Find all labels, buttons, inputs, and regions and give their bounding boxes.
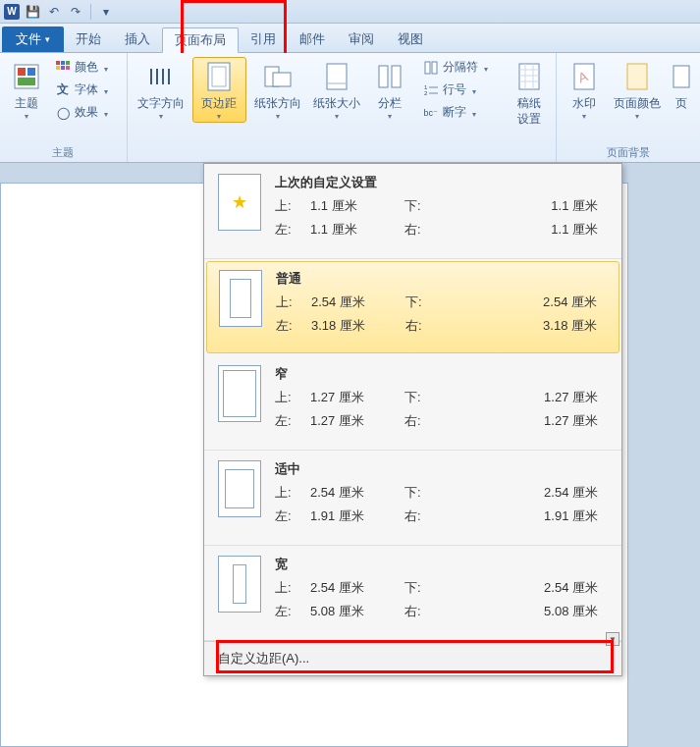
hyphenation-button[interactable]: bc⁻ 断字 [419,102,492,123]
top-label: 上: [275,579,310,597]
left-label: 左: [275,412,310,430]
tab-insert[interactable]: 插入 [113,27,162,52]
scroll-down-button[interactable]: ▼ [606,632,619,646]
columns-button[interactable]: 分栏 [368,57,411,122]
svg-rect-18 [327,64,347,89]
group-page-setup: 文字方向 页边距 纸张方向 纸张大小 [128,53,502,162]
margins-thumb-icon [218,460,261,517]
svg-rect-9 [66,66,70,70]
theme-colors-button[interactable]: 颜色 [51,57,112,78]
page-color-button[interactable]: 页面颜色 [610,57,665,122]
watermark-icon: A [568,61,600,92]
custom-margins-menuitem[interactable]: 自定义边距(A)... [204,641,621,675]
svg-rect-20 [379,66,388,87]
text-direction-button[interactable]: 文字方向 [134,57,188,122]
bottom-label: 下: [404,389,440,406]
right-value: 5.08 厘米 [440,603,608,620]
watermark-button[interactable]: A 水印 [563,57,606,122]
tab-view[interactable]: 视图 [386,27,435,52]
margins-button[interactable]: 页边距 [192,57,246,123]
theme-effects-button[interactable]: ◯ 效果 [51,102,112,123]
page-color-icon [621,61,653,92]
ribbon-tabs: 文件 开始 插入 页面布局 引用 邮件 审阅 视图 [0,24,700,53]
chevron-down-icon [470,106,476,120]
group-label-theme: 主题 [0,145,127,160]
svg-rect-28 [519,64,539,89]
right-label: 右: [404,221,440,239]
top-value: 2.54 厘米 [310,579,404,597]
manuscript-settings-button[interactable]: 稿纸 设置 [508,57,550,127]
paper-size-button[interactable]: 纸张大小 [309,57,364,122]
margins-thumb-icon [218,556,261,613]
theme-fonts-button[interactable]: 文 字体 [51,80,112,100]
columns-icon [374,61,405,92]
margins-option-title: 宽 [275,556,608,573]
undo-button[interactable]: ↶ [45,3,63,21]
text-direction-icon [145,61,177,92]
margins-option-0[interactable]: 上次的自定义设置上:1.1 厘米下:1.1 厘米左:1.1 厘米右:1.1 厘米 [204,164,621,259]
svg-rect-22 [425,62,430,74]
chevron-down-icon [159,112,163,122]
page-borders-button-cut[interactable]: 页 [669,57,694,112]
right-value: 3.18 厘米 [441,317,607,335]
bottom-label: 下: [404,579,440,597]
orientation-button[interactable]: 纸张方向 [250,57,305,122]
left-label: 左: [275,507,310,525]
tab-review[interactable]: 审阅 [337,27,386,52]
svg-rect-1 [18,68,26,76]
chevron-down-icon [470,83,476,97]
qat-separator [90,4,91,20]
chevron-down-icon [217,112,221,122]
svg-rect-4 [56,61,60,65]
left-label: 左: [275,603,310,620]
chevron-down-icon [25,112,28,122]
tab-references[interactable]: 引用 [239,27,288,52]
themes-icon [11,61,42,92]
top-value: 2.54 厘米 [310,484,404,502]
qat-customize-dropdown[interactable]: ▾ [97,3,115,21]
bottom-value: 2.54 厘米 [441,293,607,311]
svg-rect-5 [61,61,65,65]
bottom-label: 下: [405,293,441,311]
top-value: 2.54 厘米 [311,293,405,311]
svg-rect-3 [18,78,35,85]
tab-home[interactable]: 开始 [64,27,113,52]
top-label: 上: [275,197,310,215]
margins-option-1[interactable]: 普通上:2.54 厘米下:2.54 厘米左:3.18 厘米右:3.18 厘米 [206,261,619,353]
palette-icon [55,60,71,76]
svg-rect-37 [673,66,689,87]
top-value: 1.27 厘米 [310,389,404,406]
margins-option-2[interactable]: 窄上:1.27 厘米下:1.27 厘米左:1.27 厘米右:1.27 厘米 [204,355,621,451]
left-value: 1.1 厘米 [310,221,404,239]
chevron-down-icon [335,112,339,122]
right-label: 右: [404,507,440,525]
left-value: 5.08 厘米 [310,603,404,620]
margins-option-3[interactable]: 适中上:2.54 厘米下:2.54 厘米左:1.91 厘米右:1.91 厘米 [204,451,621,546]
svg-text:2: 2 [424,90,428,96]
save-button[interactable]: 💾 [24,3,41,21]
tab-file[interactable]: 文件 [2,27,64,52]
redo-button[interactable]: ↷ [67,3,84,21]
margins-thumb-icon [218,365,261,422]
margins-option-4[interactable]: 宽上:2.54 厘米下:2.54 厘米左:5.08 厘米右:5.08 厘米 [204,546,621,641]
margins-option-data: 普通上:2.54 厘米下:2.54 厘米左:3.18 厘米右:3.18 厘米 [276,270,607,341]
margins-option-data: 宽上:2.54 厘米下:2.54 厘米左:5.08 厘米右:5.08 厘米 [275,556,608,626]
svg-rect-21 [392,66,401,87]
themes-button[interactable]: 主题 [6,57,47,122]
tab-mailings[interactable]: 邮件 [288,27,337,52]
margins-option-title: 普通 [276,270,607,288]
svg-rect-23 [432,62,437,74]
group-label-page-bg: 页面背景 [557,145,700,160]
tab-page-layout[interactable]: 页面布局 [162,27,239,53]
margins-option-title: 窄 [275,365,608,383]
group-theme: 主题 颜色 文 字体 ◯ 效果 主题 [0,53,128,162]
chevron-down-icon [482,61,488,75]
bottom-value: 2.54 厘米 [440,484,608,502]
page-border-icon [666,61,697,92]
line-numbers-button[interactable]: 12 行号 [419,80,492,100]
margins-thumb-icon [219,270,262,327]
svg-rect-7 [56,66,60,70]
right-value: 1.91 厘米 [440,507,608,525]
chevron-down-icon [102,61,108,75]
breaks-button[interactable]: 分隔符 [419,57,492,78]
